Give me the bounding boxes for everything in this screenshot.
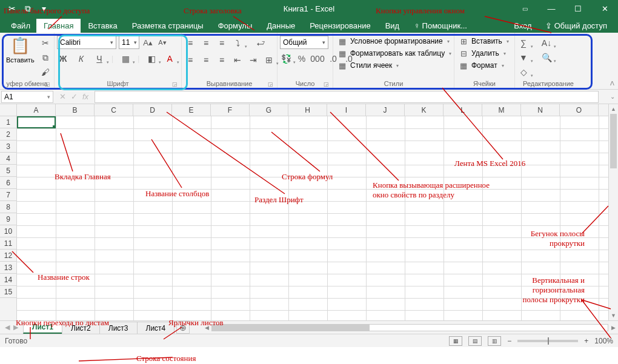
fill-icon[interactable]: ▼	[517, 51, 530, 64]
fill-color-icon[interactable]: ◧	[145, 53, 158, 65]
active-cell[interactable]	[17, 116, 56, 128]
row-header[interactable]: 14	[0, 274, 16, 286]
merge-icon[interactable]: ⊞	[263, 54, 275, 66]
tab-layout[interactable]: Разметка страницы	[125, 19, 211, 33]
zoom-out-icon[interactable]: −	[507, 337, 511, 345]
column-header[interactable]: C	[95, 104, 133, 116]
expand-formula-bar-icon[interactable]: ⌄	[610, 93, 618, 100]
row-header[interactable]: 13	[0, 262, 16, 274]
column-header[interactable]: M	[482, 104, 521, 116]
scroll-thumb[interactable]	[610, 114, 617, 168]
sheet-tab[interactable]: Лист1	[23, 320, 62, 334]
scroll-right-icon[interactable]: ▶	[608, 325, 618, 331]
minimize-icon[interactable]: —	[538, 0, 565, 17]
tab-insert[interactable]: Вставка	[81, 19, 124, 33]
conditional-formatting-button[interactable]: ▦Условное форматирование	[336, 36, 451, 47]
close-icon[interactable]: ✕	[591, 0, 618, 17]
name-box[interactable]: A1	[1, 91, 53, 103]
row-header[interactable]: 9	[0, 213, 16, 225]
row-header[interactable]: 3	[0, 141, 16, 153]
align-middle-icon[interactable]: ≡	[200, 37, 212, 49]
tab-file[interactable]: Файл	[5, 19, 36, 33]
sheet-tab[interactable]: Лист2	[62, 322, 100, 334]
autosum-icon[interactable]: ∑	[517, 37, 530, 49]
format-cells-button[interactable]: ▦Формат	[457, 60, 506, 71]
scroll-left-icon[interactable]: ◀	[202, 325, 211, 331]
zoom-in-icon[interactable]: +	[584, 337, 588, 345]
copy-icon[interactable]: ⧉	[39, 51, 51, 64]
row-header[interactable]: 1	[0, 116, 16, 128]
delete-cells-button[interactable]: ⊟Удалить	[457, 48, 508, 59]
column-header[interactable]: I	[327, 104, 366, 116]
align-left-icon[interactable]: ≡	[184, 54, 196, 66]
column-header[interactable]: K	[405, 104, 444, 116]
align-top-icon[interactable]: ≡	[184, 37, 196, 49]
fx-icon[interactable]: fx	[82, 92, 88, 101]
decrease-decimal-icon[interactable]: .0	[343, 53, 355, 65]
font-name-select[interactable]: Calibri	[57, 36, 116, 49]
indent-decrease-icon[interactable]: ⇤	[231, 54, 244, 66]
column-header[interactable]: O	[560, 104, 599, 116]
currency-icon[interactable]: 💱	[280, 53, 292, 65]
column-header[interactable]: J	[366, 104, 405, 116]
page-break-view-icon[interactable]: ▥	[488, 336, 501, 346]
hscroll-thumb[interactable]	[212, 325, 370, 331]
horizontal-scrollbar[interactable]: ◀ ▶	[202, 321, 618, 334]
select-all-button[interactable]	[0, 104, 17, 116]
wrap-text-icon[interactable]: ⮐	[254, 37, 267, 49]
dialog-launcher-icon[interactable]: ◲	[45, 81, 50, 87]
grow-font-icon[interactable]: A▴	[142, 36, 154, 48]
row-header[interactable]: 4	[0, 153, 16, 165]
insert-cells-button[interactable]: ⊞Вставить	[457, 36, 511, 47]
align-right-icon[interactable]: ≡	[216, 54, 228, 66]
tab-review[interactable]: Рецензирование	[302, 19, 377, 33]
row-header[interactable]: 7	[0, 189, 16, 201]
cut-icon[interactable]: ✂	[7, 4, 17, 13]
copy-icon[interactable]: ⧉	[23, 4, 33, 13]
maximize-icon[interactable]: ☐	[565, 0, 591, 17]
column-header[interactable]: F	[211, 104, 250, 116]
zoom-slider[interactable]	[517, 340, 578, 342]
sheet-nav-buttons[interactable]: ◀▶	[0, 321, 23, 334]
collapse-ribbon-icon[interactable]: ᐱ	[610, 80, 614, 87]
font-size-select[interactable]: 11	[119, 36, 139, 49]
tab-data[interactable]: Данные	[259, 19, 302, 33]
add-sheet-button[interactable]: ⊕	[176, 321, 190, 334]
shrink-font-icon[interactable]: A▾	[156, 36, 168, 48]
comma-icon[interactable]: 000	[311, 53, 324, 65]
enter-formula-icon[interactable]: ✓	[71, 92, 78, 101]
percent-icon[interactable]: %	[296, 53, 308, 65]
align-bottom-icon[interactable]: ≡	[216, 37, 228, 49]
tab-home[interactable]: Главная	[36, 19, 81, 33]
qat-customize-icon[interactable]: ▾	[39, 4, 48, 13]
vertical-scrollbar[interactable]: ▲ ▼	[608, 104, 618, 320]
row-header[interactable]: 10	[0, 225, 16, 237]
cancel-formula-icon[interactable]: ✕	[59, 92, 66, 101]
format-painter-icon[interactable]: 🖌	[39, 66, 51, 78]
cells-area[interactable]	[17, 116, 618, 320]
dialog-launcher-icon[interactable]: ◲	[268, 81, 273, 87]
share-button[interactable]: ⇪ Общий доступ	[539, 19, 613, 33]
column-header[interactable]: L	[444, 104, 482, 116]
align-center-icon[interactable]: ≡	[200, 54, 212, 66]
sheet-tab[interactable]: Лист4	[137, 322, 175, 334]
row-header[interactable]: 6	[0, 177, 16, 189]
row-header[interactable]: 12	[0, 250, 16, 262]
orientation-icon[interactable]: ⤵	[231, 37, 244, 49]
column-header[interactable]: D	[133, 104, 172, 116]
normal-view-icon[interactable]: ▦	[449, 336, 462, 346]
signin-button[interactable]: Вход	[508, 19, 537, 33]
tab-view[interactable]: Вид	[378, 19, 407, 33]
formula-input[interactable]	[95, 91, 599, 103]
scroll-down-icon[interactable]: ▼	[609, 311, 618, 320]
sheet-tab[interactable]: Лист3	[99, 322, 138, 334]
column-header[interactable]: A	[17, 104, 56, 116]
indent-increase-icon[interactable]: ⇥	[247, 54, 259, 66]
column-header[interactable]: N	[521, 104, 560, 116]
underline-button[interactable]: Ч	[93, 53, 105, 65]
scroll-up-icon[interactable]: ▲	[609, 104, 618, 114]
column-header[interactable]: E	[172, 104, 211, 116]
tab-help[interactable]: ♀ Помощник...	[407, 19, 474, 33]
clear-icon[interactable]: ◇	[517, 66, 530, 78]
row-header[interactable]: 2	[0, 128, 16, 141]
